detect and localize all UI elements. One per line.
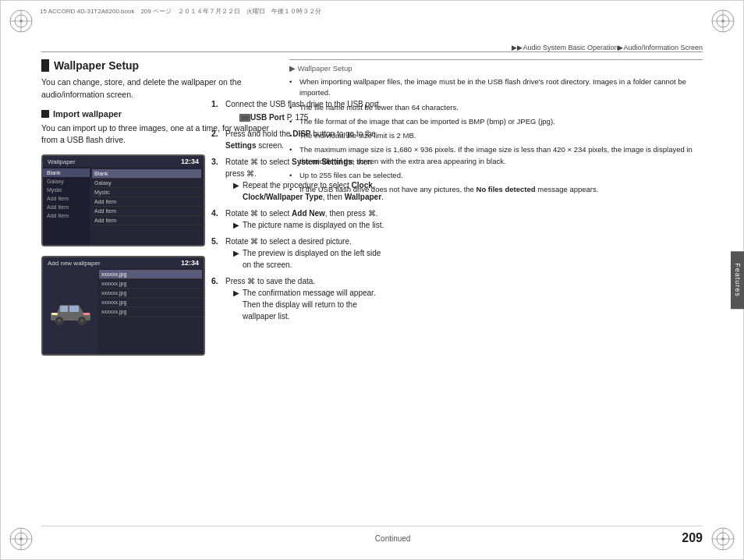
step-3-num: 3. (211, 156, 225, 168)
screen1-sidebar-item: Mystic (43, 186, 90, 194)
screen2-title: Add new wallpaper (48, 260, 101, 267)
breadcrumb-text: ▶▶Audio System Basic Operation▶Audio/Inf… (512, 44, 703, 51)
step-6-num: 6. (211, 275, 225, 288)
screen1-main-item: Add Item (92, 197, 201, 207)
continued-text: Continued (104, 534, 682, 543)
arrow-icon: ▶ (233, 287, 239, 299)
svg-point-26 (80, 319, 83, 323)
svg-rect-31 (241, 115, 249, 120)
header-rule (41, 51, 703, 52)
section-title: Wallpaper Setup (54, 59, 139, 72)
screen1-sidebar-item: Add Item (43, 203, 90, 211)
step-5-num: 5. (211, 236, 225, 248)
screen1-sidebar-item: Add Item (43, 194, 90, 203)
svg-rect-22 (69, 306, 79, 312)
step-2-num: 2. (211, 128, 225, 140)
screen1-sidebar-item: Galaxy (43, 177, 90, 186)
note-bullet: • (289, 116, 297, 127)
screen2-file-list: xxxxxx.jpg xxxxxx.jpg xxxxxx.jpg xxxxxx.… (97, 268, 204, 354)
note-bullet: • (289, 130, 297, 141)
screen1-main-item: Mystic (92, 188, 201, 197)
screen2-list-item: xxxxxx.jpg (99, 289, 202, 298)
note-bullet: • (289, 76, 297, 87)
svg-point-4 (19, 19, 23, 23)
screen2-list-item: xxxxxx.jpg (99, 298, 202, 307)
corner-decoration-br (709, 525, 737, 553)
step-1-num: 1. (211, 98, 225, 111)
svg-rect-27 (51, 313, 58, 315)
arrow-icon: ▶ (233, 219, 239, 231)
arrow-icon: ▶ (233, 247, 239, 259)
svg-point-9 (721, 19, 725, 23)
note-bullet: • (289, 144, 297, 155)
screen1-time: 12:34 (181, 158, 199, 165)
step-4-num: 4. (211, 207, 225, 220)
corner-decoration-bl (7, 525, 35, 553)
usb-port-icon (239, 114, 250, 122)
screen1-main: Blank Galaxy Mystic Add Item Add Item Ad… (90, 167, 204, 245)
section-description: You can change, store, and delete the wa… (41, 76, 283, 101)
screen2-preview (43, 268, 97, 354)
file-info-text: 15 ACCORD 4D-31T2A6200.book 209 ページ ２０１４… (40, 8, 321, 15)
note-bullet: • (289, 184, 297, 195)
features-tab-text: Features (734, 263, 742, 297)
note-text-1: When importing wallpaper files, the imag… (299, 76, 703, 99)
page: 15 ACCORD 4D-31T2A6200.book 209 ページ ２０１４… (0, 0, 744, 560)
note-item-7: • If the USB flash drive does not have a… (289, 184, 703, 195)
svg-point-14 (19, 537, 23, 541)
note-title-triangle: ▶ (289, 64, 296, 73)
breadcrumb: ▶▶Audio System Basic Operation▶Audio/Inf… (512, 44, 703, 51)
note-item-3: • The file format of the image that can … (289, 116, 703, 127)
screen2-time: 12:34 (181, 259, 199, 267)
note-text-6: Up to 255 files can be selected. (299, 170, 703, 181)
screen1-header: Wallpaper 12:34 (43, 156, 204, 167)
note-text-4: The individual file size limit is 2 MB. (299, 130, 703, 141)
screen-mockup-1: Wallpaper 12:34 Blank Galaxy Mystic Add … (41, 154, 205, 246)
screen1-sidebar: Blank Galaxy Mystic Add Item Add Item Ad… (43, 167, 90, 245)
note-text-5: The maximum image size is 1,680 × 936 pi… (299, 144, 703, 167)
bottom-bar: Continued 209 (41, 526, 703, 545)
screen1-main-item: Add Item (92, 216, 201, 225)
car-image (49, 296, 92, 327)
screen2-list-item: xxxxxx.jpg (99, 279, 202, 289)
svg-rect-21 (60, 306, 68, 312)
features-tab: Features (731, 251, 744, 309)
note-item-1: • When importing wallpaper files, the im… (289, 76, 703, 99)
page-number: 209 (682, 531, 703, 545)
note-item-2: • The file name must be fewer than 64 ch… (289, 102, 703, 113)
screen1-title: Wallpaper (48, 158, 76, 165)
screen1-main-item: Galaxy (92, 179, 201, 188)
file-info: 15 ACCORD 4D-31T2A6200.book 209 ページ ２０１４… (40, 7, 704, 16)
svg-point-24 (57, 319, 61, 323)
main-content: Wallpaper Setup You can change, store, a… (41, 59, 703, 520)
note-item-5: • The maximum image size is 1,680 × 936 … (289, 144, 703, 167)
corner-decoration-tr (709, 7, 737, 35)
note-item-4: • The individual file size limit is 2 MB… (289, 130, 703, 141)
screen2-list-item: xxxxxx.jpg (99, 307, 202, 317)
note-text-2: The file name must be fewer than 64 char… (299, 102, 703, 113)
note-text-3: The file format of the image that can be… (299, 116, 703, 127)
title-bar-decoration (41, 59, 49, 72)
note-box-title: ▶ Wallpaper Setup (289, 64, 703, 73)
svg-rect-28 (83, 313, 90, 315)
screen1-main-item: Add Item (92, 207, 201, 216)
right-column: ▶ Wallpaper Setup • When importing wallp… (289, 59, 703, 520)
note-item-6: • Up to 255 files can be selected. (289, 170, 703, 181)
screen2-header: Add new wallpaper 12:34 (43, 257, 204, 268)
screen1-sidebar-item: Blank (43, 168, 90, 177)
screen1-sidebar-item: Add Item (43, 211, 90, 220)
screen2-list-item: xxxxxx.jpg (99, 270, 202, 279)
note-bullet: • (289, 170, 297, 181)
screen-mockup-2: Add new wallpaper 12:34 (41, 256, 205, 356)
section-title-bar: Wallpaper Setup (41, 59, 283, 72)
sub-title-text: Import wallpaper (53, 109, 122, 119)
svg-point-19 (721, 537, 725, 541)
sub-title-square (41, 110, 49, 118)
screen1-main-item: Blank (92, 169, 201, 179)
note-title-text: Wallpaper Setup (298, 64, 353, 73)
screen2-body: xxxxxx.jpg xxxxxx.jpg xxxxxx.jpg xxxxxx.… (43, 268, 204, 354)
arrow-icon: ▶ (233, 179, 239, 191)
note-bullet: • (289, 102, 297, 113)
corner-decoration-tl (7, 7, 35, 35)
note-text-7: If the USB flash drive does not have any… (299, 184, 703, 195)
